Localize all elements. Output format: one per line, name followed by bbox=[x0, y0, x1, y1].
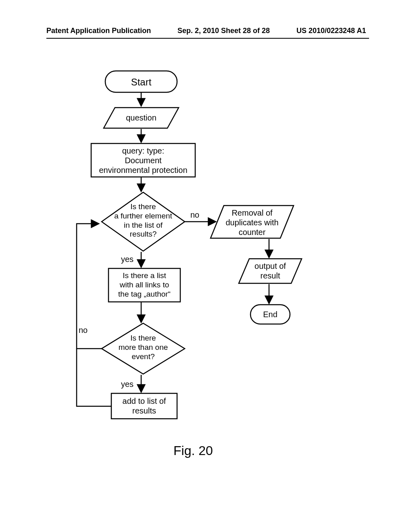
edge-dec1-yes: yes bbox=[121, 255, 133, 264]
edge-dec1-no: no bbox=[190, 210, 199, 220]
edge-dec2-yes: yes bbox=[121, 380, 133, 389]
figure-label: Fig. 20 bbox=[173, 443, 213, 458]
edge-dec2-no: no bbox=[79, 326, 88, 335]
